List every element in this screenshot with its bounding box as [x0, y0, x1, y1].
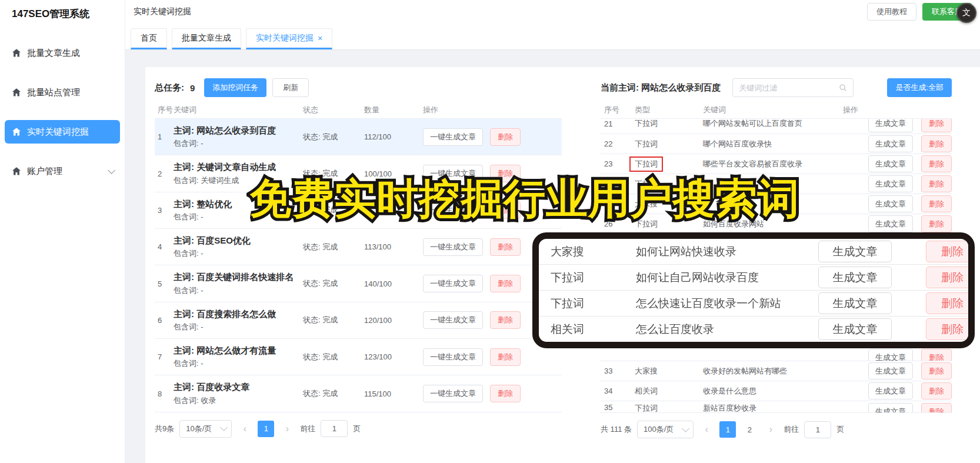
page-number[interactable]: 1	[258, 421, 274, 437]
generate-all-button[interactable]: 是否生成:全部	[887, 78, 952, 97]
page-size-value: 10条/页	[186, 424, 212, 434]
delete-button[interactable]: 删除	[921, 135, 952, 152]
delete-button[interactable]: 删除	[490, 238, 521, 256]
delete-button[interactable]: 删除	[926, 292, 975, 314]
delete-button[interactable]: 删除	[490, 348, 521, 366]
table-row[interactable]: 34 相关词 收录是什么意思 生成文章 删除	[601, 381, 952, 401]
delete-button[interactable]: 删除	[926, 241, 975, 262]
table-row[interactable]: 33 大家搜 收录好的发帖网站有哪些 生成文章 删除	[601, 361, 952, 381]
goto-page-input[interactable]	[321, 420, 348, 437]
delete-button[interactable]: 删除	[921, 195, 952, 212]
sidebar-item-batch-site[interactable]: 批量站点管理	[5, 81, 120, 104]
generate-article-button[interactable]: 生成文章	[818, 318, 892, 340]
sidebar-item-label: 批量文章生成	[27, 48, 80, 59]
generate-article-button[interactable]: 生成文章	[868, 175, 913, 192]
help-button[interactable]: 使用教程	[867, 3, 916, 21]
generate-article-button[interactable]: 生成文章	[818, 267, 892, 288]
task-pagination: 共9条 10条/页 ‹ 1 › 前往 页	[155, 420, 562, 438]
row-index: 35	[601, 403, 626, 412]
delete-button[interactable]: 删除	[921, 155, 952, 172]
table-row[interactable]: 35 下拉词 新站百度秒收录 生成文章 删除	[601, 401, 952, 413]
delete-button[interactable]: 删除	[921, 215, 952, 232]
sidebar-item-batch-article[interactable]: 批量文章生成	[5, 41, 120, 65]
generate-article-button[interactable]: 生成文章	[868, 135, 913, 152]
next-page-button[interactable]: ›	[279, 421, 295, 437]
delete-button[interactable]: 删除	[490, 385, 521, 402]
generate-article-button[interactable]: 生成文章	[868, 403, 913, 413]
table-row[interactable]: 6 主词: 百度搜索排名怎么做 包含词: - 状态: 完成 120/100 一键…	[155, 302, 562, 339]
tab-home[interactable]: 首页	[131, 28, 167, 49]
delete-button[interactable]: 删除	[490, 311, 521, 329]
task-panel: 总任务: 9 添加挖词任务 刷新 序号 关键词 状态 数量 操作 1 主词: 网…	[155, 74, 562, 463]
row-index: 34	[601, 387, 626, 395]
row-keyword: 怎么快速让百度收录一个新站	[636, 296, 818, 311]
delete-button[interactable]: 删除	[921, 362, 952, 379]
column-ops: 操作	[843, 105, 952, 115]
delete-button[interactable]: 删除	[921, 403, 952, 413]
table-row[interactable]: 4 主词: 百度SEO优化 包含词: - 状态: 完成 113/100 一键生成…	[155, 229, 562, 265]
row-type: 下拉词	[626, 139, 685, 149]
table-row[interactable]: 7 主词: 网站怎么做才有流量 包含词: - 状态: 完成 123/100 一键…	[155, 339, 562, 375]
prev-page-button[interactable]: ‹	[699, 421, 714, 438]
table-row[interactable]: 1 主词: 网站怎么收录到百度 包含词: - 状态: 完成 112/100 一键…	[155, 119, 562, 155]
delete-button[interactable]: 删除	[921, 119, 952, 132]
sidebar-item-keyword-mining[interactable]: 实时关键词挖掘	[5, 120, 120, 144]
generate-article-button[interactable]: 一键生成文章	[423, 128, 483, 146]
generate-article-button[interactable]: 一键生成文章	[423, 238, 483, 256]
page-number[interactable]: 1	[719, 421, 736, 438]
row-keyword: 收录好的发帖网站有哪些	[685, 366, 868, 377]
delete-button[interactable]: 删除	[490, 275, 521, 292]
row-sub-keyword: 包含词: -	[174, 357, 298, 370]
generate-article-button[interactable]: 一键生成文章	[423, 275, 483, 292]
refresh-button[interactable]: 刷新	[272, 78, 309, 97]
keyword-pagination: 共 111 条 100条/页 ‹ 1 2 › 前往 页	[601, 421, 952, 438]
keyword-table-header: 序号 类型 关键词 操作	[601, 101, 952, 119]
delete-button[interactable]: 删除	[490, 128, 521, 146]
table-row[interactable]: 21 下拉词 哪个网站发帖可以上百度首页 生成文章 删除	[601, 119, 952, 134]
sidebar-item-account[interactable]: 账户管理	[5, 159, 120, 183]
page-number[interactable]: 2	[741, 421, 758, 438]
next-page-button[interactable]: ›	[763, 421, 778, 438]
generate-article-button[interactable]: 生成文章	[818, 292, 892, 314]
page-size-select[interactable]: 100条/页	[637, 421, 694, 438]
sidebar-item-label: 账户管理	[27, 166, 62, 177]
page-size-select[interactable]: 10条/页	[179, 420, 232, 438]
close-icon[interactable]: ×	[318, 34, 322, 42]
prev-page-button[interactable]: ‹	[237, 421, 252, 437]
generate-article-button[interactable]: 生成文章	[868, 382, 913, 399]
delete-button[interactable]: 删除	[926, 318, 975, 340]
row-index: 22	[601, 139, 626, 148]
generate-article-button[interactable]: 一键生成文章	[423, 348, 483, 366]
goto-page-input[interactable]	[804, 421, 831, 438]
sidebar: 147SEO管理系统 批量文章生成 批量站点管理 实时关键词挖掘 账户管理	[0, 0, 125, 463]
keyword-filter-input[interactable]	[739, 84, 835, 92]
row-qty: 140/100	[364, 279, 423, 288]
table-row[interactable]: 8 主词: 百度收录文章 包含词: 收录 状态: 完成 115/100 一键生成…	[155, 375, 562, 412]
row-index: 3	[155, 206, 174, 215]
generate-article-button[interactable]: 一键生成文章	[423, 385, 483, 402]
table-row[interactable]: 5 主词: 百度关键词排名快速排名 包含词: - 状态: 完成 140/100 …	[155, 265, 562, 302]
delete-button[interactable]: 删除	[921, 175, 952, 192]
generate-article-button[interactable]: 生成文章	[868, 155, 913, 172]
highlight-red-box: 下拉词	[629, 156, 663, 172]
delete-button[interactable]: 删除	[921, 382, 952, 399]
add-task-button[interactable]: 添加挖词任务	[204, 78, 266, 97]
generate-article-button[interactable]: 生成文章	[868, 349, 913, 361]
row-main-keyword: 主词: 百度收录文章	[174, 380, 298, 394]
generate-article-button[interactable]: 生成文章	[868, 195, 913, 212]
row-qty: 120/100	[364, 316, 423, 325]
delete-button[interactable]: 删除	[926, 267, 975, 288]
delete-button[interactable]: 删除	[921, 349, 952, 361]
row-type: 下拉词	[551, 270, 636, 285]
tab-batch-article[interactable]: 批量文章生成	[172, 28, 241, 49]
generate-article-button[interactable]: 生成文章	[868, 362, 913, 379]
generate-article-button[interactable]: 一键生成文章	[423, 311, 483, 329]
tab-label: 首页	[141, 33, 157, 44]
chevron-down-icon	[221, 424, 228, 431]
tab-keyword-mining[interactable]: 实时关键词挖掘 ×	[246, 28, 332, 49]
generate-article-button[interactable]: 生成文章	[818, 241, 892, 262]
translate-icon[interactable]: 文	[956, 3, 976, 23]
table-row[interactable]: 22 下拉词 哪个网站百度收录快 生成文章 删除	[601, 134, 952, 154]
generate-article-button[interactable]: 生成文章	[868, 215, 913, 232]
generate-article-button[interactable]: 生成文章	[868, 119, 913, 132]
